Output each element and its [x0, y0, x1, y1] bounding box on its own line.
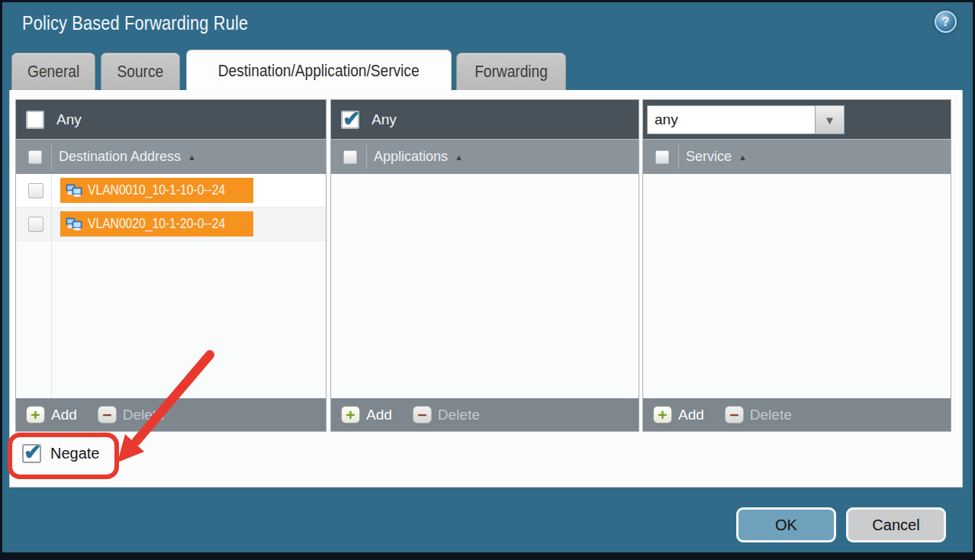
negate-checkbox[interactable]: ✔ — [22, 444, 41, 463]
tab-source[interactable]: Source — [101, 53, 180, 90]
delete-button[interactable]: − Delete — [725, 406, 792, 423]
destination-column-header[interactable]: Destination Address ▲ — [16, 140, 326, 174]
tab-general[interactable]: General — [11, 53, 95, 90]
delete-icon: − — [413, 406, 432, 423]
delete-button[interactable]: − Delete — [98, 406, 165, 423]
add-button[interactable]: + Add — [653, 406, 704, 423]
service-dropdown-row: any ▼ — [643, 100, 951, 140]
add-button[interactable]: + Add — [26, 406, 77, 423]
destination-list: VLAN0010_10-1-10-0--24 VLAN0020_10-1 — [16, 174, 326, 398]
applications-column-header[interactable]: Applications ▲ — [331, 140, 639, 174]
delete-icon: − — [98, 406, 117, 423]
table-row[interactable]: VLAN0010_10-1-10-0--24 — [16, 174, 326, 208]
sort-asc-icon: ▲ — [455, 153, 463, 162]
tab-destination-application-service[interactable]: Destination/Application/Service — [186, 50, 452, 91]
check-icon: ✔ — [24, 439, 41, 465]
column-divider — [51, 144, 52, 169]
service-dropdown[interactable]: any ▼ — [647, 105, 845, 134]
add-icon: + — [26, 406, 45, 423]
destination-any-row: Any — [16, 100, 326, 140]
check-icon: ✔ — [343, 106, 360, 131]
add-icon: + — [341, 406, 360, 423]
applications-any-checkbox[interactable]: ✔ — [341, 111, 359, 129]
destination-column-label: Destination Address — [59, 149, 181, 165]
sort-asc-icon: ▲ — [738, 153, 747, 162]
applications-toolbar: + Add − Delete — [331, 398, 639, 431]
applications-panel: ✔ Any Applications ▲ + Add − Delete — [330, 99, 639, 432]
service-select-all-checkbox[interactable] — [655, 150, 669, 164]
service-dropdown-value[interactable]: any — [647, 105, 816, 134]
add-icon: + — [653, 406, 672, 423]
help-glyph: ? — [942, 15, 950, 29]
service-panel: any ▼ Service ▲ + Add − Delete — [642, 99, 951, 432]
applications-any-row: ✔ Any — [331, 100, 639, 140]
column-divider — [51, 174, 52, 398]
address-object-icon — [66, 184, 82, 197]
delete-icon: − — [725, 406, 744, 423]
ok-button[interactable]: OK — [736, 507, 836, 542]
applications-select-all-checkbox[interactable] — [343, 150, 357, 164]
service-toolbar: + Add − Delete — [643, 398, 951, 431]
service-column-header[interactable]: Service ▲ — [643, 140, 951, 174]
destination-any-label: Any — [56, 111, 82, 128]
negate-label: Negate — [50, 445, 100, 462]
address-object-name: VLAN0010_10-1-10-0--24 — [88, 182, 225, 198]
sort-asc-icon: ▲ — [188, 153, 196, 162]
delete-button[interactable]: − Delete — [413, 406, 480, 423]
service-list — [643, 174, 951, 398]
address-object-chip[interactable]: VLAN0020_10-1-20-0--24 — [60, 211, 253, 237]
row-checkbox[interactable] — [28, 217, 43, 232]
chevron-down-icon[interactable]: ▼ — [816, 105, 845, 134]
column-divider — [678, 144, 679, 169]
address-object-chip[interactable]: VLAN0010_10-1-10-0--24 — [60, 178, 253, 203]
address-object-name: VLAN0020_10-1-20-0--24 — [88, 216, 225, 232]
negate-option: ✔ Negate — [22, 444, 100, 463]
row-checkbox[interactable] — [28, 183, 43, 198]
destination-select-all-checkbox[interactable] — [28, 150, 42, 164]
applications-any-label: Any — [372, 111, 397, 128]
help-icon[interactable]: ? — [935, 11, 957, 33]
destination-panel: Any Destination Address ▲ — [15, 99, 327, 432]
destination-toolbar: + Add − Delete — [16, 398, 326, 431]
address-object-icon — [66, 217, 82, 230]
pbf-rule-dialog: Policy Based Forwarding Rule ? General S… — [0, 0, 975, 560]
service-column-label: Service — [686, 149, 732, 165]
tab-forwarding[interactable]: Forwarding — [456, 53, 566, 90]
column-divider — [366, 144, 367, 169]
dialog-title: Policy Based Forwarding Rule — [22, 12, 282, 34]
table-row[interactable]: VLAN0020_10-1-20-0--24 — [16, 208, 326, 241]
destination-any-checkbox[interactable] — [26, 111, 44, 129]
cancel-button[interactable]: Cancel — [846, 507, 946, 542]
applications-column-label: Applications — [374, 149, 448, 165]
add-button[interactable]: + Add — [341, 406, 392, 423]
applications-list — [331, 174, 639, 398]
